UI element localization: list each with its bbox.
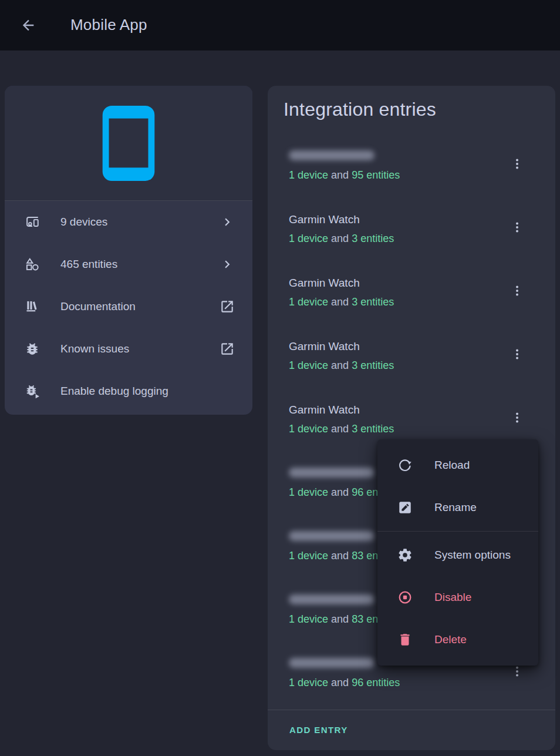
gear-icon <box>397 547 413 563</box>
integration-info-list: 9 devices 465 entities <box>5 201 252 412</box>
app-topbar: Mobile App <box>0 0 560 51</box>
refresh-icon <box>397 458 413 473</box>
dots-vertical-icon <box>505 156 529 172</box>
entry-name: Garmin Watch <box>289 213 360 227</box>
debug-logging-label: Enable debug logging <box>60 385 168 398</box>
devices-link[interactable]: 1 device <box>289 677 328 688</box>
subtitle-and: and <box>331 423 349 435</box>
devices-link[interactable]: 1 device <box>289 550 328 562</box>
open-in-new-icon <box>220 299 235 314</box>
entry-row: 1 device and 95 entities <box>268 145 555 208</box>
dots-vertical-icon <box>505 283 529 298</box>
redacted-entry-name <box>289 531 375 541</box>
menu-item-label: Reload <box>434 459 470 472</box>
entry-name: Garmin Watch <box>289 276 360 290</box>
entry-subtitle: 1 device and 3 entities <box>289 422 394 436</box>
subtitle-and: and <box>331 296 349 308</box>
documentation-label: Documentation <box>60 300 136 313</box>
redacted-entry-name <box>289 658 375 668</box>
chevron-right-icon <box>220 214 235 230</box>
entities-link[interactable]: 95 entities <box>352 169 400 181</box>
entry-row: Garmin Watch 1 device and 3 entities <box>268 335 555 398</box>
devices-icon <box>25 214 40 230</box>
redacted-entry-name <box>289 468 375 478</box>
page-title: Mobile App <box>70 16 147 34</box>
entities-link[interactable]: 3 entities <box>352 359 394 371</box>
entry-menu-button[interactable] <box>505 405 529 431</box>
integration-hero <box>5 86 252 201</box>
stop-circle-icon <box>397 590 413 605</box>
entities-link[interactable]: 3 entities <box>352 423 394 435</box>
rename-box-icon <box>397 500 413 515</box>
open-in-new-icon <box>220 341 235 357</box>
devices-link[interactable]: 1 device <box>289 169 328 181</box>
menu-item-label: System options <box>434 549 511 562</box>
subtitle-and: and <box>331 233 349 244</box>
subtitle-and: and <box>331 613 349 625</box>
subtitle-and: and <box>331 550 349 562</box>
entry-row: Garmin Watch 1 device and 3 entities <box>268 271 555 335</box>
devices-link[interactable]: 1 device <box>289 613 328 625</box>
menu-item-label: Rename <box>434 501 477 514</box>
entry-subtitle: 1 device and 3 entities <box>289 358 394 372</box>
entry-menu-button[interactable] <box>505 151 529 177</box>
dots-vertical-icon <box>505 664 529 679</box>
menu-item-system-options[interactable]: System options <box>377 534 538 576</box>
menu-divider <box>377 531 538 532</box>
entry-subtitle: 1 device and 3 entities <box>289 295 394 309</box>
entry-subtitle: 1 device and 95 entities <box>289 168 400 182</box>
dots-vertical-icon <box>505 220 529 235</box>
devices-link[interactable]: 1 device <box>289 486 328 498</box>
entry-subtitle: 1 device and 96 entities <box>289 676 400 690</box>
arrow-left-icon <box>20 17 36 33</box>
entities-link[interactable]: 3 entities <box>352 296 394 308</box>
bookshelf-icon <box>25 299 40 314</box>
menu-item-disable[interactable]: Disable <box>377 576 538 619</box>
entities-link[interactable]: 3 entities <box>352 233 394 244</box>
entry-name: Garmin Watch <box>289 403 360 417</box>
info-row-documentation[interactable]: Documentation <box>5 285 252 328</box>
card-footer-divider <box>268 710 555 710</box>
back-button[interactable] <box>20 17 36 33</box>
redacted-entry-name <box>289 150 375 160</box>
entry-subtitle: 1 device and 3 entities <box>289 231 394 246</box>
entry-menu-button[interactable] <box>505 214 529 240</box>
menu-item-reload[interactable]: Reload <box>377 444 538 486</box>
subtitle-and: and <box>331 359 349 371</box>
menu-item-rename[interactable]: Rename <box>377 486 538 529</box>
info-row-devices[interactable]: 9 devices <box>5 201 252 243</box>
menu-item-delete[interactable]: Delete <box>377 619 538 661</box>
entry-row: Garmin Watch 1 device and 3 entities <box>268 208 555 271</box>
bug-play-icon <box>25 384 40 399</box>
entities-link[interactable]: 96 entities <box>352 677 400 688</box>
entry-menu-button[interactable] <box>505 278 529 304</box>
trash-icon <box>397 632 413 647</box>
dots-vertical-icon <box>505 347 529 362</box>
menu-item-label: Disable <box>434 591 471 604</box>
redacted-entry-name <box>289 594 375 604</box>
info-row-known-issues[interactable]: Known issues <box>5 328 252 370</box>
menu-item-label: Delete <box>434 633 467 646</box>
dots-vertical-icon <box>505 410 529 425</box>
info-row-debug-logging[interactable]: Enable debug logging <box>5 370 252 412</box>
devices-link[interactable]: 1 device <box>289 423 328 435</box>
entries-card-title: Integration entries <box>284 99 436 120</box>
cellphone-icon <box>102 106 155 181</box>
info-row-entities[interactable]: 465 entities <box>5 243 252 285</box>
entities-count-label: 465 entities <box>60 258 117 271</box>
subtitle-and: and <box>331 486 349 498</box>
devices-count-label: 9 devices <box>60 216 107 229</box>
entry-menu-button[interactable] <box>505 341 529 367</box>
subtitle-and: and <box>331 677 349 688</box>
devices-link[interactable]: 1 device <box>289 233 328 244</box>
subtitle-and: and <box>331 169 349 181</box>
devices-link[interactable]: 1 device <box>289 296 328 308</box>
integration-info-card: 9 devices 465 entities <box>5 86 252 415</box>
add-entry-button[interactable]: ADD ENTRY <box>280 720 357 740</box>
known-issues-label: Known issues <box>60 342 129 355</box>
devices-link[interactable]: 1 device <box>289 359 328 371</box>
entry-name: Garmin Watch <box>289 340 360 354</box>
entry-context-menu: Reload Rename System options Disable <box>377 439 538 666</box>
bug-icon <box>25 341 40 357</box>
shapes-icon <box>25 257 40 272</box>
